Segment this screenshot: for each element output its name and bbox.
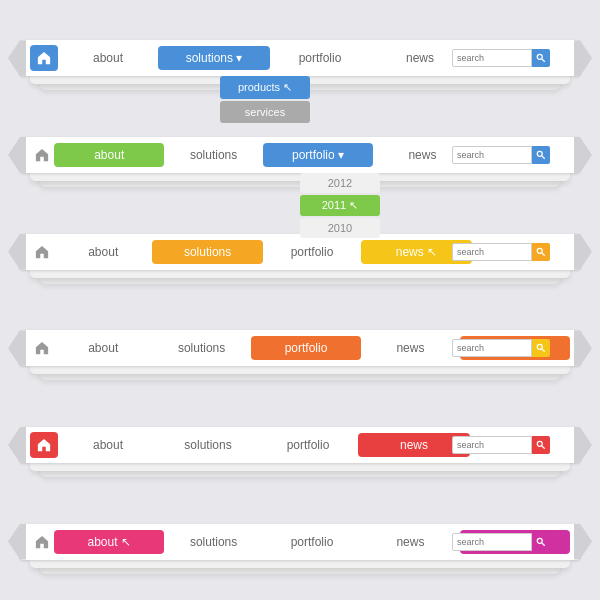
search-btn-1[interactable]	[532, 49, 550, 67]
svg-point-10	[537, 538, 542, 543]
nav-about-3[interactable]: about	[54, 241, 152, 263]
search-input-2[interactable]	[452, 146, 532, 164]
portfolio-dropdown: 2012 2011 ↖ 2010	[300, 173, 380, 240]
navbar-2: about solutions portfolio ▾ news contact…	[20, 137, 580, 173]
dropdown-products[interactable]: products ↖	[220, 76, 310, 99]
navbar-1: about solutions ▾ portfolio news contact…	[20, 40, 580, 76]
home-button-3[interactable]	[30, 240, 54, 264]
home-button-4[interactable]	[30, 336, 54, 360]
search-input-5[interactable]	[452, 436, 532, 454]
nav-about-6[interactable]: about ↖	[54, 530, 164, 554]
nav-portfolio-4[interactable]: portfolio	[251, 336, 361, 360]
home-button-6[interactable]	[30, 530, 54, 554]
nav-portfolio-6[interactable]: portfolio	[263, 531, 361, 553]
dropdown-services[interactable]: services	[220, 101, 310, 123]
search-box-2	[452, 146, 550, 164]
nav-about-4[interactable]: about	[54, 337, 152, 359]
search-box-3	[452, 243, 550, 261]
svg-point-0	[537, 55, 542, 60]
svg-point-8	[537, 441, 542, 446]
search-box-5	[452, 436, 550, 454]
nav-news-6[interactable]: news	[361, 531, 459, 553]
navbar-5: about solutions portfolio news contact	[20, 427, 580, 463]
search-btn-4[interactable]	[532, 339, 550, 357]
nav-portfolio-5[interactable]: portfolio	[258, 434, 358, 456]
nav-bar-4: about solutions portfolio news contact ↖	[20, 330, 580, 366]
home-button-5[interactable]	[30, 432, 58, 458]
nav-about-2[interactable]: about	[54, 143, 164, 167]
search-btn-3[interactable]	[532, 243, 550, 261]
nav-solutions-4[interactable]: solutions	[152, 337, 250, 359]
navbar-6: about ↖ solutions portfolio news contact	[20, 524, 580, 560]
search-box-6	[452, 533, 550, 551]
nav-news-4[interactable]: news	[361, 337, 459, 359]
nav-portfolio-2[interactable]: portfolio ▾	[263, 143, 373, 167]
nav-solutions-3[interactable]: solutions	[152, 240, 262, 264]
svg-line-3	[542, 156, 545, 159]
nav-bar-5: about solutions portfolio news contact	[20, 427, 580, 463]
dropdown-2011[interactable]: 2011 ↖	[300, 195, 380, 216]
svg-point-4	[537, 248, 542, 253]
search-box-4	[452, 339, 550, 357]
home-button-2[interactable]	[30, 143, 54, 167]
svg-line-7	[542, 349, 545, 352]
svg-line-1	[542, 59, 545, 62]
nav-portfolio[interactable]: portfolio	[270, 47, 370, 69]
svg-line-9	[542, 446, 545, 449]
svg-point-6	[537, 345, 542, 350]
search-input-6[interactable]	[452, 533, 532, 551]
search-input-3[interactable]	[452, 243, 532, 261]
nav-about-5[interactable]: about	[58, 434, 158, 456]
solutions-dropdown: products ↖ services	[220, 76, 310, 125]
search-btn-5[interactable]	[532, 436, 550, 454]
dropdown-2010[interactable]: 2010	[300, 218, 380, 238]
nav-about[interactable]: about	[58, 47, 158, 69]
svg-point-2	[537, 151, 542, 156]
nav-solutions-5[interactable]: solutions	[158, 434, 258, 456]
nav-portfolio-3[interactable]: portfolio	[263, 241, 361, 263]
search-btn-6[interactable]	[532, 533, 550, 551]
home-button[interactable]	[30, 45, 58, 71]
search-btn-2[interactable]	[532, 146, 550, 164]
search-input-4[interactable]	[452, 339, 532, 357]
dropdown-2012[interactable]: 2012	[300, 173, 380, 193]
nav-bar-6: about ↖ solutions portfolio news contact	[20, 524, 580, 560]
nav-solutions-2[interactable]: solutions	[164, 144, 262, 166]
search-input-1[interactable]	[452, 49, 532, 67]
search-box-1	[452, 49, 550, 67]
nav-solutions-6[interactable]: solutions	[164, 531, 262, 553]
nav-bar-1: about solutions ▾ portfolio news contact	[20, 40, 580, 76]
svg-line-11	[542, 543, 545, 546]
nav-solutions[interactable]: solutions ▾	[158, 46, 270, 70]
nav-bar-2: about solutions portfolio ▾ news contact	[20, 137, 580, 173]
svg-line-5	[542, 253, 545, 256]
navbar-4: about solutions portfolio news contact ↖	[20, 330, 580, 366]
